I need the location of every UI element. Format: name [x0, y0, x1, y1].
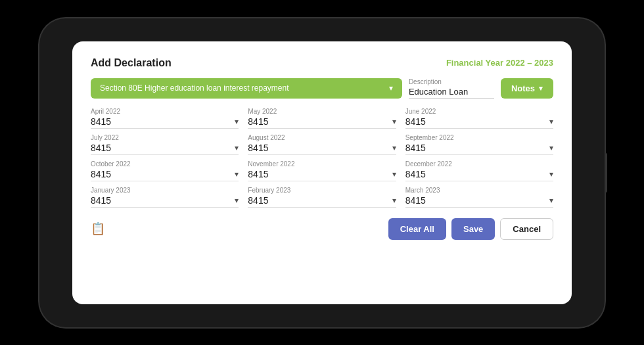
month-value-row: 8415▾	[91, 169, 239, 181]
month-label: January 2023	[91, 187, 239, 194]
month-item: October 20228415▾	[91, 160, 239, 181]
month-label: July 2022	[91, 134, 239, 141]
dialog-header: Add Declaration Financial Year 2022 – 20…	[91, 57, 553, 69]
description-label: Description	[409, 78, 494, 85]
month-dropdown-icon[interactable]: ▾	[392, 196, 396, 205]
financial-year: Financial Year 2022 – 2023	[446, 58, 553, 68]
month-item: December 20228415▾	[405, 160, 553, 181]
clear-all-button[interactable]: Clear All	[388, 218, 446, 240]
month-value-row: 8415▾	[91, 195, 239, 208]
month-value: 8415	[91, 116, 111, 127]
dropdown-label: Section 80E Higher education loan intere…	[100, 83, 289, 93]
month-value: 8415	[91, 169, 111, 179]
description-value: Education Loan	[409, 87, 494, 99]
month-label: February 2023	[248, 187, 396, 194]
month-label: September 2022	[405, 134, 553, 141]
month-value: 8415	[405, 195, 426, 206]
month-item: August 20228415▾	[248, 134, 396, 155]
month-dropdown-icon[interactable]: ▾	[235, 196, 239, 205]
month-value: 8415	[248, 195, 268, 206]
month-dropdown-icon[interactable]: ▾	[235, 170, 239, 179]
month-value-row: 8415▾	[248, 195, 396, 208]
month-label: April 2022	[91, 108, 239, 115]
month-value: 8415	[91, 143, 111, 153]
footer-row: 📋 Clear All Save Cancel	[91, 218, 553, 240]
notes-button[interactable]: Notes ▾	[501, 78, 553, 99]
controls-row: Section 80E Higher education loan intere…	[91, 78, 553, 99]
financial-year-label: Financial Year	[446, 58, 503, 68]
month-dropdown-icon[interactable]: ▾	[235, 143, 239, 152]
month-value: 8415	[405, 169, 426, 179]
month-value: 8415	[405, 143, 426, 153]
month-dropdown-icon[interactable]: ▾	[392, 117, 396, 126]
section-dropdown[interactable]: Section 80E Higher education loan intere…	[91, 78, 402, 99]
month-item: January 20238415▾	[91, 187, 239, 208]
month-value-row: 8415▾	[248, 169, 396, 181]
month-label: August 2022	[248, 134, 396, 141]
month-value-row: 8415▾	[405, 116, 553, 129]
month-value: 8415	[405, 116, 426, 127]
month-value-row: 8415▾	[91, 116, 239, 129]
month-value-row: 8415▾	[91, 143, 239, 155]
month-value: 8415	[248, 169, 268, 179]
month-item: May 20228415▾	[248, 108, 396, 129]
months-grid: April 20228415▾May 20228415▾June 2022841…	[91, 108, 553, 208]
month-item: April 20228415▾	[91, 108, 239, 129]
month-item: March 20238415▾	[405, 187, 553, 208]
month-dropdown-icon[interactable]: ▾	[549, 196, 553, 205]
month-label: June 2022	[405, 108, 553, 115]
dropdown-arrow-icon: ▾	[389, 83, 393, 93]
month-value-row: 8415▾	[405, 169, 553, 181]
cancel-button[interactable]: Cancel	[500, 218, 553, 240]
month-item: September 20228415▾	[405, 134, 553, 155]
month-item: November 20228415▾	[248, 160, 396, 181]
month-value: 8415	[248, 143, 268, 153]
month-value-row: 8415▾	[248, 143, 396, 155]
notes-chevron-icon: ▾	[539, 84, 543, 93]
dialog-title: Add Declaration	[91, 57, 172, 69]
month-label: December 2022	[405, 160, 553, 168]
month-value-row: 8415▾	[405, 143, 553, 155]
month-item: July 20228415▾	[91, 134, 239, 155]
financial-year-value: 2022 – 2023	[506, 58, 553, 68]
month-dropdown-icon[interactable]: ▾	[549, 170, 553, 179]
phone-frame: Add Declaration Financial Year 2022 – 20…	[39, 18, 605, 327]
month-label: November 2022	[248, 160, 396, 168]
month-dropdown-icon[interactable]: ▾	[549, 117, 553, 126]
month-item: June 20228415▾	[405, 108, 553, 129]
month-dropdown-icon[interactable]: ▾	[392, 143, 396, 152]
month-value: 8415	[91, 195, 111, 206]
month-dropdown-icon[interactable]: ▾	[235, 117, 239, 126]
notes-label: Notes	[511, 83, 535, 93]
month-label: May 2022	[248, 108, 396, 115]
month-value-row: 8415▾	[248, 116, 396, 129]
save-button[interactable]: Save	[451, 218, 495, 240]
month-value: 8415	[248, 116, 268, 127]
month-dropdown-icon[interactable]: ▾	[549, 143, 553, 152]
calendar-icon[interactable]: 📋	[91, 221, 105, 236]
dialog-screen: Add Declaration Financial Year 2022 – 20…	[72, 41, 572, 304]
month-item: February 20238415▾	[248, 187, 396, 208]
month-label: October 2022	[91, 160, 239, 168]
month-label: March 2023	[405, 187, 553, 194]
description-field: Description Education Loan	[409, 78, 494, 99]
month-value-row: 8415▾	[405, 195, 553, 208]
month-dropdown-icon[interactable]: ▾	[392, 170, 396, 179]
footer-buttons: Clear All Save Cancel	[388, 218, 553, 240]
